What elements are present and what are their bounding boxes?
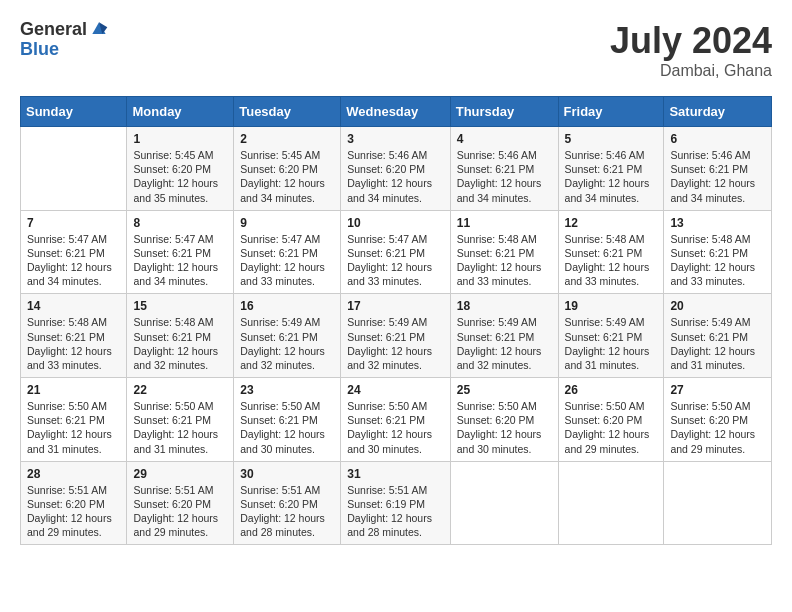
day-info: Sunrise: 5:51 AM Sunset: 6:19 PM Dayligh… xyxy=(347,483,444,540)
day-number: 12 xyxy=(565,216,659,230)
calendar-day-header: Wednesday xyxy=(341,97,450,127)
day-info: Sunrise: 5:50 AM Sunset: 6:21 PM Dayligh… xyxy=(347,399,444,456)
logo: General Blue xyxy=(20,20,109,60)
month-title: July 2024 xyxy=(610,20,772,62)
day-number: 18 xyxy=(457,299,553,313)
day-info: Sunrise: 5:49 AM Sunset: 6:21 PM Dayligh… xyxy=(457,315,553,372)
day-info: Sunrise: 5:50 AM Sunset: 6:20 PM Dayligh… xyxy=(457,399,553,456)
calendar-cell: 31Sunrise: 5:51 AM Sunset: 6:19 PM Dayli… xyxy=(341,461,450,545)
day-info: Sunrise: 5:45 AM Sunset: 6:20 PM Dayligh… xyxy=(240,148,335,205)
day-number: 13 xyxy=(670,216,766,230)
day-number: 9 xyxy=(240,216,335,230)
day-number: 26 xyxy=(565,383,659,397)
day-info: Sunrise: 5:50 AM Sunset: 6:20 PM Dayligh… xyxy=(565,399,659,456)
day-number: 17 xyxy=(347,299,444,313)
day-number: 1 xyxy=(133,132,228,146)
day-info: Sunrise: 5:51 AM Sunset: 6:20 PM Dayligh… xyxy=(240,483,335,540)
calendar-cell: 21Sunrise: 5:50 AM Sunset: 6:21 PM Dayli… xyxy=(21,378,127,462)
calendar-cell: 10Sunrise: 5:47 AM Sunset: 6:21 PM Dayli… xyxy=(341,210,450,294)
day-info: Sunrise: 5:48 AM Sunset: 6:21 PM Dayligh… xyxy=(133,315,228,372)
calendar-week-row: 7Sunrise: 5:47 AM Sunset: 6:21 PM Daylig… xyxy=(21,210,772,294)
calendar-cell: 24Sunrise: 5:50 AM Sunset: 6:21 PM Dayli… xyxy=(341,378,450,462)
day-number: 27 xyxy=(670,383,766,397)
day-number: 21 xyxy=(27,383,121,397)
day-number: 30 xyxy=(240,467,335,481)
location-title: Dambai, Ghana xyxy=(610,62,772,80)
calendar-cell: 12Sunrise: 5:48 AM Sunset: 6:21 PM Dayli… xyxy=(558,210,664,294)
calendar-cell: 26Sunrise: 5:50 AM Sunset: 6:20 PM Dayli… xyxy=(558,378,664,462)
calendar-week-row: 1Sunrise: 5:45 AM Sunset: 6:20 PM Daylig… xyxy=(21,127,772,211)
day-number: 22 xyxy=(133,383,228,397)
day-info: Sunrise: 5:46 AM Sunset: 6:21 PM Dayligh… xyxy=(670,148,766,205)
day-number: 31 xyxy=(347,467,444,481)
day-info: Sunrise: 5:46 AM Sunset: 6:20 PM Dayligh… xyxy=(347,148,444,205)
calendar-cell: 8Sunrise: 5:47 AM Sunset: 6:21 PM Daylig… xyxy=(127,210,234,294)
calendar-cell: 1Sunrise: 5:45 AM Sunset: 6:20 PM Daylig… xyxy=(127,127,234,211)
day-number: 23 xyxy=(240,383,335,397)
day-number: 24 xyxy=(347,383,444,397)
calendar-cell: 23Sunrise: 5:50 AM Sunset: 6:21 PM Dayli… xyxy=(234,378,341,462)
calendar-cell: 30Sunrise: 5:51 AM Sunset: 6:20 PM Dayli… xyxy=(234,461,341,545)
day-number: 16 xyxy=(240,299,335,313)
calendar-cell: 3Sunrise: 5:46 AM Sunset: 6:20 PM Daylig… xyxy=(341,127,450,211)
calendar-day-header: Thursday xyxy=(450,97,558,127)
calendar-day-header: Saturday xyxy=(664,97,772,127)
day-number: 2 xyxy=(240,132,335,146)
calendar-cell: 11Sunrise: 5:48 AM Sunset: 6:21 PM Dayli… xyxy=(450,210,558,294)
calendar-week-row: 21Sunrise: 5:50 AM Sunset: 6:21 PM Dayli… xyxy=(21,378,772,462)
day-info: Sunrise: 5:48 AM Sunset: 6:21 PM Dayligh… xyxy=(670,232,766,289)
calendar-cell: 6Sunrise: 5:46 AM Sunset: 6:21 PM Daylig… xyxy=(664,127,772,211)
calendar-cell: 18Sunrise: 5:49 AM Sunset: 6:21 PM Dayli… xyxy=(450,294,558,378)
day-number: 19 xyxy=(565,299,659,313)
calendar-cell: 13Sunrise: 5:48 AM Sunset: 6:21 PM Dayli… xyxy=(664,210,772,294)
day-info: Sunrise: 5:51 AM Sunset: 6:20 PM Dayligh… xyxy=(133,483,228,540)
day-number: 29 xyxy=(133,467,228,481)
day-number: 28 xyxy=(27,467,121,481)
calendar-cell: 17Sunrise: 5:49 AM Sunset: 6:21 PM Dayli… xyxy=(341,294,450,378)
calendar-week-row: 28Sunrise: 5:51 AM Sunset: 6:20 PM Dayli… xyxy=(21,461,772,545)
day-info: Sunrise: 5:50 AM Sunset: 6:21 PM Dayligh… xyxy=(133,399,228,456)
calendar-cell: 29Sunrise: 5:51 AM Sunset: 6:20 PM Dayli… xyxy=(127,461,234,545)
day-number: 6 xyxy=(670,132,766,146)
day-number: 14 xyxy=(27,299,121,313)
logo-icon xyxy=(89,19,109,39)
calendar-cell: 7Sunrise: 5:47 AM Sunset: 6:21 PM Daylig… xyxy=(21,210,127,294)
day-info: Sunrise: 5:48 AM Sunset: 6:21 PM Dayligh… xyxy=(565,232,659,289)
calendar-body: 1Sunrise: 5:45 AM Sunset: 6:20 PM Daylig… xyxy=(21,127,772,545)
day-info: Sunrise: 5:49 AM Sunset: 6:21 PM Dayligh… xyxy=(347,315,444,372)
day-info: Sunrise: 5:47 AM Sunset: 6:21 PM Dayligh… xyxy=(240,232,335,289)
calendar-cell: 20Sunrise: 5:49 AM Sunset: 6:21 PM Dayli… xyxy=(664,294,772,378)
logo-general: General xyxy=(20,20,87,40)
calendar-cell: 4Sunrise: 5:46 AM Sunset: 6:21 PM Daylig… xyxy=(450,127,558,211)
day-number: 25 xyxy=(457,383,553,397)
calendar-cell: 14Sunrise: 5:48 AM Sunset: 6:21 PM Dayli… xyxy=(21,294,127,378)
calendar-cell xyxy=(664,461,772,545)
day-info: Sunrise: 5:46 AM Sunset: 6:21 PM Dayligh… xyxy=(457,148,553,205)
title-block: July 2024 Dambai, Ghana xyxy=(610,20,772,80)
calendar-cell: 22Sunrise: 5:50 AM Sunset: 6:21 PM Dayli… xyxy=(127,378,234,462)
calendar-day-header: Tuesday xyxy=(234,97,341,127)
calendar-header-row: SundayMondayTuesdayWednesdayThursdayFrid… xyxy=(21,97,772,127)
calendar-cell xyxy=(558,461,664,545)
day-number: 8 xyxy=(133,216,228,230)
calendar-cell: 27Sunrise: 5:50 AM Sunset: 6:20 PM Dayli… xyxy=(664,378,772,462)
page-header: General Blue July 2024 Dambai, Ghana xyxy=(20,20,772,80)
calendar-cell: 25Sunrise: 5:50 AM Sunset: 6:20 PM Dayli… xyxy=(450,378,558,462)
calendar-cell: 2Sunrise: 5:45 AM Sunset: 6:20 PM Daylig… xyxy=(234,127,341,211)
day-info: Sunrise: 5:49 AM Sunset: 6:21 PM Dayligh… xyxy=(670,315,766,372)
calendar-day-header: Sunday xyxy=(21,97,127,127)
day-info: Sunrise: 5:51 AM Sunset: 6:20 PM Dayligh… xyxy=(27,483,121,540)
calendar-cell: 19Sunrise: 5:49 AM Sunset: 6:21 PM Dayli… xyxy=(558,294,664,378)
calendar-table: SundayMondayTuesdayWednesdayThursdayFrid… xyxy=(20,96,772,545)
day-info: Sunrise: 5:47 AM Sunset: 6:21 PM Dayligh… xyxy=(347,232,444,289)
day-info: Sunrise: 5:48 AM Sunset: 6:21 PM Dayligh… xyxy=(457,232,553,289)
day-info: Sunrise: 5:49 AM Sunset: 6:21 PM Dayligh… xyxy=(565,315,659,372)
calendar-cell: 28Sunrise: 5:51 AM Sunset: 6:20 PM Dayli… xyxy=(21,461,127,545)
day-number: 15 xyxy=(133,299,228,313)
day-number: 7 xyxy=(27,216,121,230)
calendar-day-header: Monday xyxy=(127,97,234,127)
day-number: 3 xyxy=(347,132,444,146)
calendar-cell xyxy=(21,127,127,211)
day-info: Sunrise: 5:50 AM Sunset: 6:20 PM Dayligh… xyxy=(670,399,766,456)
calendar-cell: 15Sunrise: 5:48 AM Sunset: 6:21 PM Dayli… xyxy=(127,294,234,378)
